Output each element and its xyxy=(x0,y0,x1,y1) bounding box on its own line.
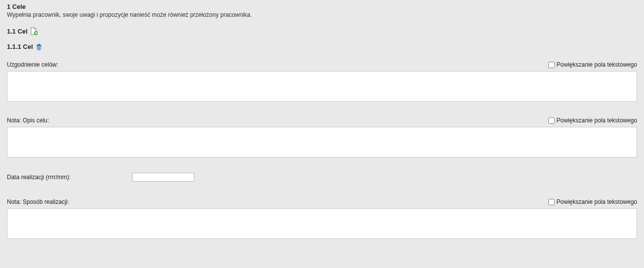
expand-toggle-goals-agreement[interactable]: Powiększanie pola tekstowego xyxy=(548,61,637,68)
section-title: 1 Cele xyxy=(7,3,637,10)
field-header: Nota: Opis celu: Powiększanie pola tekst… xyxy=(7,117,637,124)
expand-toggle-goal-note[interactable]: Powiększanie pola tekstowego xyxy=(548,117,637,124)
textarea-goal-note[interactable] xyxy=(7,127,637,157)
delete-goal-button[interactable] xyxy=(36,43,42,50)
item-title: 1.1.1 Cel xyxy=(7,43,33,50)
expand-checkbox[interactable] xyxy=(548,199,555,205)
section-subtitle: Wypełnia pracownik, swoje uwagi i propoz… xyxy=(7,11,637,18)
textarea-method-note[interactable] xyxy=(7,208,637,239)
svg-rect-2 xyxy=(38,44,40,45)
form-page: 1 Cele Wypełnia pracownik, swoje uwagi i… xyxy=(0,0,644,250)
textarea-goals-agreement[interactable] xyxy=(7,71,637,102)
document-add-icon xyxy=(31,27,37,35)
subsection-title: 1.1 Cel xyxy=(7,28,28,35)
field-label-goals-agreement: Uzgodnienie celów: xyxy=(7,61,58,68)
field-label-date: Data realizacji (rrrr/mm): xyxy=(7,174,132,181)
trash-icon xyxy=(36,43,42,50)
field-label-goal-note: Nota: Opis celu: xyxy=(7,117,49,124)
field-header: Uzgodnienie celów: Powiększanie pola tek… xyxy=(7,61,637,68)
field-date: Data realizacji (rrrr/mm): xyxy=(7,173,637,182)
expand-checkbox[interactable] xyxy=(548,62,555,68)
field-header: Nota: Sposób realizacji: Powiększanie po… xyxy=(7,198,637,205)
subsection-header: 1.1 Cel xyxy=(7,27,637,35)
field-goals-agreement: Uzgodnienie celów: Powiększanie pola tek… xyxy=(7,61,637,103)
field-goal-note: Nota: Opis celu: Powiększanie pola tekst… xyxy=(7,117,637,159)
field-label-method-note: Nota: Sposób realizacji: xyxy=(7,198,69,205)
item-header: 1.1.1 Cel xyxy=(7,43,637,50)
add-goal-button[interactable] xyxy=(31,27,37,35)
expand-toggle-method-note[interactable]: Powiększanie pola tekstowego xyxy=(548,198,637,205)
expand-label: Powiększanie pola tekstowego xyxy=(557,117,637,124)
input-date[interactable] xyxy=(132,173,194,182)
expand-label: Powiększanie pola tekstowego xyxy=(557,198,637,205)
field-method-note: Nota: Sposób realizacji: Powiększanie po… xyxy=(7,198,637,240)
expand-checkbox[interactable] xyxy=(548,117,555,124)
expand-label: Powiększanie pola tekstowego xyxy=(557,61,637,68)
